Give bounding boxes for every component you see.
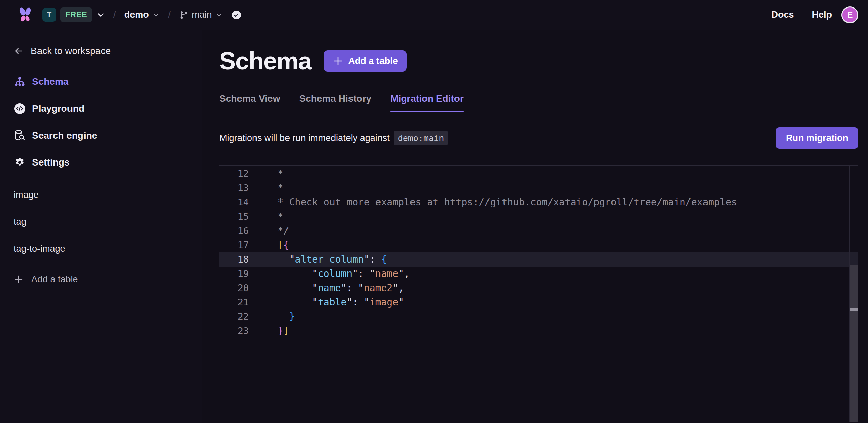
user-avatar[interactable]: E [841,6,858,24]
sidebar-item-search-engine[interactable]: Search engine [0,122,202,149]
sidebar-nav: SchemaPlaygroundSearch engineSettings [0,68,202,176]
code-line-content: "alter_column": { [266,252,387,267]
add-table-button[interactable]: Add a table [324,50,407,72]
sidebar-add-table-button[interactable]: Add a table [0,269,202,289]
code-line-23[interactable]: 23}] [219,324,858,338]
main-content: Schema Add a table Schema ViewSchema His… [202,30,868,423]
line-number: 23 [219,324,266,338]
code-line-content: "column": "name", [266,267,410,281]
code-line-13[interactable]: 13* [219,181,858,195]
sidebar-item-label: Settings [32,157,69,168]
line-number: 21 [219,295,266,310]
code-line-content: * [266,181,283,195]
sidebar-divider [0,178,202,178]
sidebar-item-label: Search engine [32,130,97,141]
editor-scrollbar[interactable] [849,166,858,422]
code-line-15[interactable]: 15* [219,209,858,224]
code-line-content: * Check out more examples at https://git… [266,195,737,209]
plus-icon [332,56,343,66]
workspace-chevron-down-icon[interactable] [97,11,105,19]
scrollbar-thumb[interactable] [850,265,858,422]
nav-divider [803,10,803,20]
status-check-icon [232,10,241,20]
code-line-content: */ [266,224,289,238]
line-number: 13 [219,181,266,195]
scrollbar-cursor-marker [850,308,858,311]
code-line-16[interactable]: 16*/ [219,224,858,238]
back-to-workspace-link[interactable]: Back to workspace [0,42,202,60]
code-line-18[interactable]: 18 "alter_column": { [219,252,858,267]
sidebar-item-playground[interactable]: Playground [0,95,202,122]
tab-bar: Schema ViewSchema HistoryMigration Edito… [219,94,858,112]
playground-icon [14,103,26,114]
sidebar-item-schema[interactable]: Schema [0,68,202,95]
target-branch-chip: demo:main [394,131,448,145]
migration-infobar: Migrations will be run immediately again… [219,127,858,149]
workspace-badge[interactable]: T [42,8,56,22]
database-name: demo [124,10,149,20]
plan-badge: FREE [60,7,92,22]
xata-logo[interactable] [19,7,31,23]
database-chevron-down-icon [152,11,160,19]
tab-schema-view[interactable]: Schema View [219,94,280,112]
line-number: 16 [219,224,266,238]
search-engine-icon [14,130,26,141]
top-navbar: T FREE / demo / main [0,0,868,30]
code-line-17[interactable]: 17[{ [219,238,858,252]
plus-icon [14,274,24,284]
tab-schema-history[interactable]: Schema History [299,94,371,112]
code-line-content: "name": "name2", [266,281,404,295]
sidebar-item-settings[interactable]: Settings [0,149,202,176]
code-line-19[interactable]: 19 "column": "name", [219,267,858,281]
sidebar-table-image[interactable]: image [0,182,202,208]
line-number: 17 [219,238,266,252]
code-line-content: "table": "image" [266,295,404,310]
code-line-12[interactable]: 12* [219,167,858,181]
code-line-21[interactable]: 21 "table": "image" [219,295,858,310]
sidebar-table-tag[interactable]: tag [0,208,202,235]
schema-icon [14,76,26,87]
database-selector[interactable]: demo [124,10,160,20]
sidebar-table-tag-to-image[interactable]: tag-to-image [0,235,202,262]
breadcrumb-separator: / [168,9,171,21]
line-number: 18 [219,252,266,267]
code-line-content: }] [266,324,289,338]
git-branch-icon [179,10,188,20]
sidebar-table-list: imagetagtag-to-image [0,182,202,262]
line-number: 14 [219,195,266,209]
branch-selector[interactable]: main [179,10,223,20]
line-number: 20 [219,281,266,295]
arrow-left-icon [14,46,24,56]
breadcrumb-separator: / [113,9,116,21]
tab-migration-editor[interactable]: Migration Editor [390,94,464,112]
sidebar-item-label: Playground [32,103,84,114]
branch-chevron-down-icon [215,11,223,19]
code-line-content: * [266,167,283,181]
code-line-content: * [266,209,283,224]
line-number: 19 [219,267,266,281]
run-migration-button[interactable]: Run migration [776,127,858,149]
code-line-22[interactable]: 22 } [219,310,858,324]
back-to-workspace-label: Back to workspace [31,46,111,57]
page-title: Schema [219,47,311,75]
code-line-content: } [266,310,295,324]
line-number: 22 [219,310,266,324]
sidebar: Back to workspace SchemaPlaygroundSearch… [0,30,202,423]
add-table-label: Add a table [31,274,78,285]
line-number: 12 [219,167,266,181]
docs-link[interactable]: Docs [771,10,794,20]
indent-guide [290,267,290,310]
settings-icon [14,157,26,168]
migration-info-text: Migrations will be run immediately again… [219,133,390,143]
code-rows: 12*13*14* Check out more examples at htt… [219,166,858,338]
code-line-content: [{ [266,238,289,252]
code-line-14[interactable]: 14* Check out more examples at https://g… [219,195,858,209]
branch-name: main [192,10,212,20]
migration-code-editor[interactable]: 12*13*14* Check out more examples at htt… [219,165,858,422]
code-line-20[interactable]: 20 "name": "name2", [219,281,858,295]
add-table-button-label: Add a table [348,56,398,66]
help-link[interactable]: Help [812,10,832,20]
sidebar-item-label: Schema [32,76,68,87]
line-number: 15 [219,209,266,224]
